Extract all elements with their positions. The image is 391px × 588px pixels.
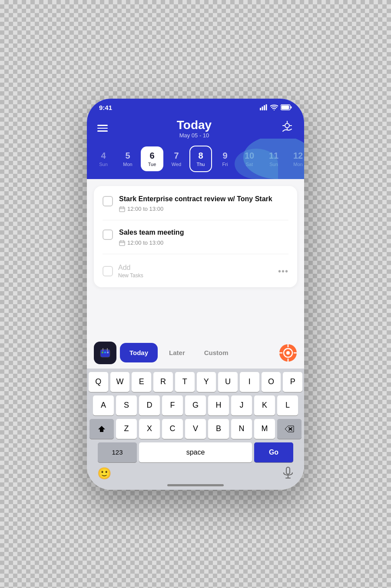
svg-rect-38 bbox=[286, 467, 290, 474]
key-l[interactable]: L bbox=[277, 395, 298, 415]
key-f[interactable]: F bbox=[162, 395, 183, 415]
key-n[interactable]: N bbox=[231, 419, 252, 439]
key-h[interactable]: H bbox=[208, 395, 229, 415]
key-r[interactable]: R bbox=[153, 372, 173, 392]
calendar-day-7[interactable]: 7 Wed bbox=[165, 146, 188, 171]
calendar-day-5[interactable]: 5 Mon bbox=[116, 146, 139, 171]
task-1-content: Stark Enterprise contract review w/ Tony… bbox=[119, 195, 272, 213]
weather-icon[interactable] bbox=[281, 120, 294, 136]
key-e[interactable]: E bbox=[132, 372, 151, 392]
task-2-title: Sales team meeting bbox=[119, 228, 184, 237]
svg-point-8 bbox=[285, 123, 289, 128]
calendar-day-4[interactable]: 4 Sun bbox=[92, 146, 115, 171]
wave-decoration-2 bbox=[235, 149, 278, 179]
calendar-day-8[interactable]: 8 Thu bbox=[189, 146, 212, 172]
task-2-time: 12:00 to 13:00 bbox=[119, 239, 184, 246]
key-j[interactable]: J bbox=[231, 395, 252, 415]
keyboard-row-2: A S D F G H J K L bbox=[89, 395, 302, 415]
key-q[interactable]: Q bbox=[89, 372, 108, 392]
key-x[interactable]: X bbox=[139, 419, 160, 439]
key-b[interactable]: B bbox=[208, 419, 229, 439]
phone-frame: 9:41 bbox=[87, 99, 304, 490]
svg-rect-0 bbox=[260, 108, 261, 110]
header-date-range: May 05 - 10 bbox=[177, 132, 212, 139]
key-o[interactable]: O bbox=[262, 372, 281, 392]
svg-rect-6 bbox=[282, 106, 289, 110]
shift-key[interactable] bbox=[89, 419, 114, 439]
key-t[interactable]: T bbox=[175, 372, 195, 392]
svg-rect-13 bbox=[119, 207, 125, 212]
keyboard: Q W E R T Y U I O P A S D F G H J K L bbox=[87, 369, 304, 484]
keyboard-row-bottom: 123 space Go bbox=[89, 442, 302, 462]
key-c[interactable]: C bbox=[162, 419, 183, 439]
keyboard-row-1: Q W E R T Y U I O P bbox=[89, 372, 302, 392]
add-task-checkbox bbox=[103, 266, 113, 276]
quick-bar: Today Later Custom bbox=[87, 335, 304, 369]
svg-point-4 bbox=[274, 110, 275, 110]
svg-point-30 bbox=[286, 351, 290, 355]
task-item-2: Sales team meeting 12:00 to 13:00 bbox=[103, 228, 288, 254]
svg-rect-3 bbox=[266, 104, 267, 110]
emoji-mic-row: 🙂 bbox=[89, 464, 302, 482]
task-1-title: Stark Enterprise contract review w/ Tony… bbox=[119, 195, 272, 204]
focus-icon-button[interactable] bbox=[279, 344, 297, 362]
key-s[interactable]: S bbox=[116, 395, 137, 415]
number-key[interactable]: 123 bbox=[98, 442, 137, 462]
add-task-row: New Tasks ••• bbox=[103, 262, 288, 279]
battery-icon bbox=[281, 104, 292, 110]
key-y[interactable]: Y bbox=[197, 372, 216, 392]
signal-icon bbox=[260, 104, 268, 110]
add-task-input-area: New Tasks bbox=[118, 264, 273, 279]
key-v[interactable]: V bbox=[185, 419, 206, 439]
task-card: Stark Enterprise contract review w/ Tony… bbox=[94, 186, 297, 288]
calendar-strip-wrapper: 4 Sun 5 Mon 6 Tue 7 Wed 8 Thu 9 Fri bbox=[87, 139, 304, 179]
key-p[interactable]: P bbox=[283, 372, 302, 392]
key-i[interactable]: I bbox=[240, 372, 259, 392]
custom-quick-button[interactable]: Custom bbox=[196, 344, 236, 362]
today-quick-button[interactable]: Today bbox=[120, 343, 158, 362]
calendar-icon bbox=[119, 206, 125, 212]
more-options-button[interactable]: ••• bbox=[278, 266, 288, 276]
svg-rect-1 bbox=[262, 106, 263, 110]
svg-rect-17 bbox=[119, 241, 125, 246]
home-indicator bbox=[87, 484, 304, 490]
app-header: Today May 05 - 10 bbox=[87, 114, 304, 139]
svg-marker-35 bbox=[98, 426, 105, 432]
task-1-time-text: 12:00 to 13:00 bbox=[127, 206, 163, 212]
calendar-day-6-selected[interactable]: 6 Tue bbox=[141, 146, 163, 171]
task-1-checkbox[interactable] bbox=[103, 196, 113, 206]
svg-rect-24 bbox=[104, 352, 106, 353]
status-bar: 9:41 bbox=[87, 99, 304, 114]
space-key[interactable]: space bbox=[139, 442, 252, 462]
task-2-time-text: 12:00 to 13:00 bbox=[127, 239, 163, 246]
key-k[interactable]: K bbox=[254, 395, 275, 415]
key-m[interactable]: M bbox=[254, 419, 275, 439]
svg-rect-7 bbox=[291, 106, 292, 109]
task-1-time: 12:00 to 13:00 bbox=[119, 206, 272, 212]
task-section: Stark Enterprise contract review w/ Tony… bbox=[87, 179, 304, 335]
mic-button[interactable] bbox=[282, 467, 294, 481]
calendar-day-9[interactable]: 9 Fri bbox=[214, 146, 236, 171]
task-2-checkbox[interactable] bbox=[103, 229, 113, 240]
keyboard-row-3: Z X C V B N M bbox=[89, 419, 302, 439]
go-key[interactable]: Go bbox=[254, 442, 293, 462]
key-z[interactable]: Z bbox=[116, 419, 137, 439]
backspace-key[interactable] bbox=[277, 419, 302, 439]
header-title: Today bbox=[177, 118, 212, 132]
calendar-icon-2 bbox=[119, 240, 125, 246]
home-bar bbox=[167, 484, 224, 486]
later-quick-button[interactable]: Later bbox=[161, 344, 193, 362]
task-2-content: Sales team meeting 12:00 to 13:00 bbox=[119, 228, 184, 246]
add-task-input[interactable] bbox=[118, 264, 273, 272]
menu-button[interactable] bbox=[97, 125, 108, 132]
svg-rect-23 bbox=[102, 352, 103, 353]
key-g[interactable]: G bbox=[185, 395, 206, 415]
key-d[interactable]: D bbox=[139, 395, 160, 415]
key-a[interactable]: A bbox=[93, 395, 114, 415]
key-w[interactable]: W bbox=[110, 372, 130, 392]
calendar-quick-button[interactable] bbox=[94, 342, 116, 364]
status-time: 9:41 bbox=[99, 104, 112, 111]
status-icons bbox=[260, 104, 292, 110]
key-u[interactable]: U bbox=[218, 372, 238, 392]
emoji-button[interactable]: 🙂 bbox=[97, 467, 111, 481]
